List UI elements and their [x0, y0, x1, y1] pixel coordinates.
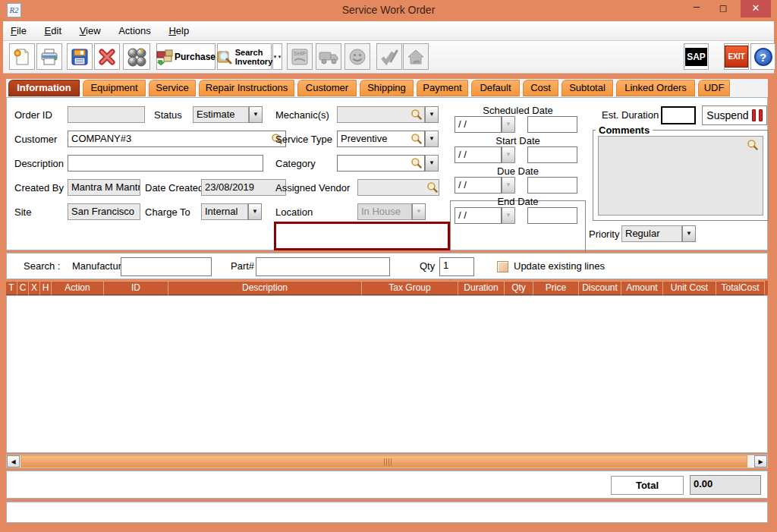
delete-x-icon — [98, 48, 116, 66]
tab-service[interactable]: Service — [148, 79, 197, 96]
description-field[interactable] — [68, 155, 263, 172]
end-date-field[interactable]: / / — [455, 207, 502, 224]
end-date-label: End Date — [450, 196, 586, 207]
menu-view[interactable]: View — [72, 21, 109, 36]
qty-input[interactable]: 1 — [439, 257, 474, 276]
menu-file[interactable]: File — [3, 21, 34, 36]
scheduled-date-field[interactable]: / / — [455, 116, 502, 133]
status-field[interactable]: Estimate — [193, 106, 249, 123]
maximize-button[interactable]: ◻ — [712, 0, 735, 17]
customer-field[interactable]: COMPANY#3 — [68, 131, 286, 147]
column-header-amount[interactable]: Amount — [621, 281, 663, 295]
customer-label: Customer — [14, 134, 57, 145]
menu-edit[interactable]: Edit — [37, 21, 69, 36]
tab-equipment[interactable]: Equipment — [82, 79, 146, 96]
tab-payment[interactable]: Payment — [416, 79, 469, 96]
menu-bar: File Edit View Actions Help — [3, 21, 774, 41]
search-inventory-icon — [216, 49, 233, 65]
purchase-button[interactable]: Purchase — [156, 43, 215, 70]
column-header-c[interactable]: C — [17, 281, 29, 295]
status-dropdown-icon[interactable]: ▼ — [249, 106, 263, 123]
grid-body[interactable] — [6, 295, 768, 453]
search-inventory-dropdown[interactable]: ▼▼ — [272, 43, 282, 70]
column-header-action[interactable]: Action — [52, 281, 104, 295]
column-header-qty[interactable]: Qty — [505, 281, 533, 295]
total-value: 0.00 — [690, 475, 761, 495]
location-field: In House — [357, 203, 412, 220]
column-header-total-cost[interactable]: TotalCost — [716, 281, 765, 295]
end-time-field[interactable] — [527, 207, 577, 224]
priority-dropdown-icon[interactable]: ▼ — [682, 225, 696, 242]
help-button[interactable]: ? — [750, 43, 775, 70]
tab-customer[interactable]: Customer — [297, 79, 357, 96]
scheduled-time-field[interactable] — [527, 116, 577, 133]
due-date-field[interactable]: / / — [455, 177, 502, 194]
sap-icon: SAP — [685, 48, 707, 66]
comments-area[interactable] — [598, 136, 763, 216]
part-label: Part# — [231, 260, 254, 272]
column-header-duration[interactable]: Duration — [458, 281, 505, 295]
column-header-price[interactable]: Price — [533, 281, 579, 295]
window-title: Service Work Order — [0, 4, 777, 16]
column-header-x[interactable]: X — [29, 281, 40, 295]
service-type-search-icon[interactable] — [411, 133, 423, 145]
exit-button[interactable]: EXIT — [724, 43, 749, 70]
column-header-discount[interactable]: Discount — [579, 281, 621, 295]
scroll-right-icon[interactable]: ▶ — [754, 455, 767, 467]
start-date-field[interactable]: / / — [455, 146, 502, 163]
tab-subtotal[interactable]: Subtotal — [561, 79, 614, 96]
tab-linked-orders[interactable]: Linked Orders — [615, 79, 696, 96]
menu-help[interactable]: Help — [161, 21, 197, 36]
manufacturer-input[interactable] — [121, 257, 212, 276]
tab-default[interactable]: Default — [470, 79, 521, 96]
update-existing-lines-label: Update existing lines — [514, 260, 605, 272]
close-button[interactable]: ✕ — [741, 0, 771, 17]
batch-button[interactable]: ? — [123, 43, 150, 70]
update-existing-lines-checkbox[interactable] — [497, 261, 508, 272]
search-inventory-button[interactable]: SearchInventory — [217, 43, 272, 70]
priority-field[interactable]: Regular — [621, 225, 682, 242]
print-button[interactable] — [36, 43, 62, 70]
horizontal-scrollbar[interactable]: ◀ ▶ — [6, 455, 768, 468]
column-header-id[interactable]: ID — [104, 281, 168, 295]
est-duration-field[interactable] — [661, 106, 696, 124]
tab-shipping[interactable]: Shipping — [359, 79, 414, 96]
sap-button[interactable]: SAP — [684, 43, 709, 70]
column-header-h[interactable]: H — [40, 281, 52, 295]
column-header-tax-group[interactable]: Tax Group — [362, 281, 458, 295]
assigned-vendor-search-icon[interactable] — [426, 181, 439, 194]
column-header-t[interactable]: T — [6, 281, 17, 295]
category-dropdown-icon[interactable]: ▼ — [425, 155, 439, 172]
start-time-field[interactable] — [527, 146, 577, 163]
category-search-icon[interactable] — [411, 157, 423, 169]
new-button[interactable] — [9, 43, 35, 70]
mechanics-search-icon[interactable] — [411, 109, 423, 121]
service-type-dropdown-icon[interactable]: ▼ — [425, 131, 439, 147]
delete-button[interactable] — [94, 43, 120, 70]
save-button[interactable] — [67, 43, 93, 70]
charge-to-dropdown-icon[interactable]: ▼ — [248, 203, 262, 220]
tab-cost[interactable]: Cost — [522, 79, 559, 96]
due-date-label: Due Date — [450, 165, 586, 177]
charge-to-field[interactable]: Internal — [201, 203, 248, 220]
menu-actions[interactable]: Actions — [111, 21, 159, 36]
scrollbar-thumb[interactable] — [20, 455, 747, 467]
scroll-left-icon[interactable]: ◀ — [7, 455, 20, 467]
total-button[interactable]: Total — [611, 476, 684, 495]
tab-udf[interactable]: UDF — [697, 79, 731, 96]
assigned-vendor-label: Assigned Vendor — [275, 182, 350, 194]
tab-information[interactable]: Information — [8, 79, 80, 96]
site-field: San Francisco — [68, 203, 140, 220]
comments-search-icon[interactable] — [747, 139, 759, 151]
minimize-button[interactable]: – — [685, 0, 708, 17]
est-duration-label: Est. Duration — [602, 109, 659, 121]
part-input[interactable] — [256, 257, 390, 276]
due-time-field[interactable] — [527, 177, 577, 194]
priority-label: Priority — [589, 228, 619, 240]
tab-repair-instructions[interactable]: Repair Instructions — [198, 79, 295, 96]
column-header-unit-cost[interactable]: Unit Cost — [663, 281, 716, 295]
suspend-button[interactable]: Suspend — [702, 105, 767, 125]
truck-icon — [319, 49, 338, 65]
column-header-description[interactable]: Description — [168, 281, 362, 295]
mechanics-dropdown-icon[interactable]: ▼ — [425, 106, 439, 123]
